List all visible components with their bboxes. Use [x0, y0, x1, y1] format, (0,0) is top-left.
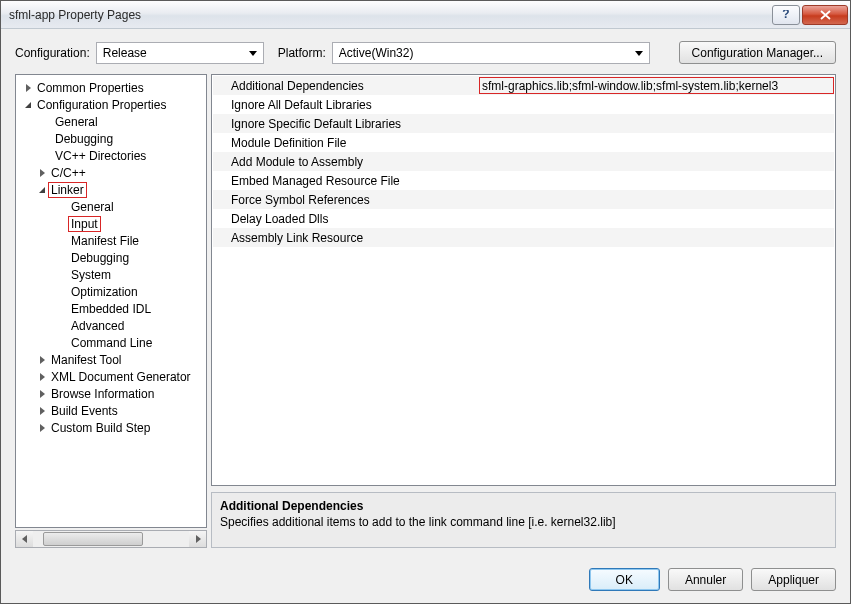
config-row: Configuration: Release Platform: Active(… [15, 41, 836, 64]
description-text: Specifies additional items to add to the… [220, 515, 827, 529]
property-label: Module Definition File [213, 136, 473, 150]
tree-build-events[interactable]: Build Events [16, 402, 206, 419]
property-row[interactable]: Additional Dependenciessfml-graphics.lib… [213, 76, 834, 95]
property-grid[interactable]: Additional Dependenciessfml-graphics.lib… [211, 74, 836, 486]
tree-linker-general[interactable]: General [16, 198, 206, 215]
property-value[interactable]: sfml-graphics.lib;sfml-window.lib;sfml-s… [473, 77, 834, 94]
tree-linker-optimization[interactable]: Optimization [16, 283, 206, 300]
tree-linker-debugging[interactable]: Debugging [16, 249, 206, 266]
dialog-footer: OK Annuler Appliquer [1, 558, 850, 603]
tree-linker-advanced[interactable]: Advanced [16, 317, 206, 334]
window-title: sfml-app Property Pages [9, 8, 770, 22]
svg-text:?: ? [782, 10, 789, 20]
tree-common-properties[interactable]: Common Properties [16, 79, 206, 96]
ok-button[interactable]: OK [589, 568, 660, 591]
scroll-thumb[interactable] [43, 532, 143, 546]
property-row[interactable]: Delay Loaded Dlls [213, 209, 834, 228]
tree-custom-build[interactable]: Custom Build Step [16, 419, 206, 436]
tree-browse-info[interactable]: Browse Information [16, 385, 206, 402]
apply-button[interactable]: Appliquer [751, 568, 836, 591]
platform-value: Active(Win32) [339, 46, 414, 60]
property-row[interactable]: Add Module to Assembly [213, 152, 834, 171]
tree-hscroll[interactable] [15, 530, 207, 548]
tree-general[interactable]: General [16, 113, 206, 130]
platform-label: Platform: [278, 46, 326, 60]
tree-linker-system[interactable]: System [16, 266, 206, 283]
tree-ccpp[interactable]: C/C++ [16, 164, 206, 181]
tree-linker-manifest[interactable]: Manifest File [16, 232, 206, 249]
property-row[interactable]: Assembly Link Resource [213, 228, 834, 247]
titlebar[interactable]: sfml-app Property Pages ? [1, 1, 850, 29]
property-pages-dialog: sfml-app Property Pages ? Configuration:… [0, 0, 851, 604]
configuration-dropdown[interactable]: Release [96, 42, 264, 64]
scroll-track[interactable] [33, 531, 189, 547]
tree-view[interactable]: Common Properties Configuration Properti… [15, 74, 207, 528]
tree-linker-input[interactable]: Input [16, 215, 206, 232]
close-button[interactable] [802, 5, 848, 25]
property-row[interactable]: Embed Managed Resource File [213, 171, 834, 190]
property-label: Force Symbol References [213, 193, 473, 207]
property-label: Assembly Link Resource [213, 231, 473, 245]
cancel-button[interactable]: Annuler [668, 568, 743, 591]
property-label: Ignore All Default Libraries [213, 98, 473, 112]
description-panel: Additional Dependencies Specifies additi… [211, 492, 836, 548]
dialog-body: Configuration: Release Platform: Active(… [1, 29, 850, 558]
property-label: Additional Dependencies [213, 79, 473, 93]
tree-xml-doc[interactable]: XML Document Generator [16, 368, 206, 385]
description-title: Additional Dependencies [220, 499, 827, 513]
configuration-value: Release [103, 46, 147, 60]
property-label: Embed Managed Resource File [213, 174, 473, 188]
tree-vcpp-dirs[interactable]: VC++ Directories [16, 147, 206, 164]
property-row[interactable]: Force Symbol References [213, 190, 834, 209]
tree-linker[interactable]: Linker [16, 181, 206, 198]
tree-debugging[interactable]: Debugging [16, 130, 206, 147]
scroll-right-icon[interactable] [189, 531, 206, 547]
tree-configuration-properties[interactable]: Configuration Properties [16, 96, 206, 113]
tree-manifest-tool[interactable]: Manifest Tool [16, 351, 206, 368]
property-row[interactable]: Module Definition File [213, 133, 834, 152]
property-row[interactable]: Ignore All Default Libraries [213, 95, 834, 114]
tree-linker-embedded-idl[interactable]: Embedded IDL [16, 300, 206, 317]
tree-linker-commandline[interactable]: Command Line [16, 334, 206, 351]
help-button[interactable]: ? [772, 5, 800, 25]
platform-dropdown[interactable]: Active(Win32) [332, 42, 650, 64]
configuration-label: Configuration: [15, 46, 90, 60]
property-row[interactable]: Ignore Specific Default Libraries [213, 114, 834, 133]
property-label: Ignore Specific Default Libraries [213, 117, 473, 131]
property-label: Add Module to Assembly [213, 155, 473, 169]
scroll-left-icon[interactable] [16, 531, 33, 547]
property-label: Delay Loaded Dlls [213, 212, 473, 226]
configuration-manager-button[interactable]: Configuration Manager... [679, 41, 836, 64]
